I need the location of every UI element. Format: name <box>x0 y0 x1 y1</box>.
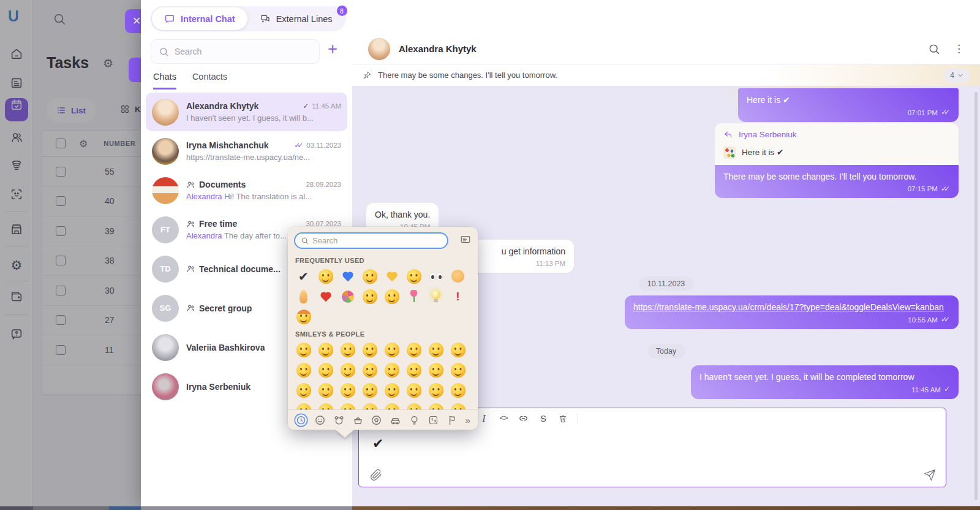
composer-input[interactable]: ✔ <box>359 428 946 451</box>
tab-chats[interactable]: Chats <box>153 72 176 89</box>
avatar: TD <box>152 256 179 283</box>
emoji-option[interactable] <box>295 341 312 358</box>
emoji-option[interactable] <box>361 268 378 284</box>
new-chat-button[interactable]: + <box>328 41 337 58</box>
emoji-option[interactable] <box>317 288 334 305</box>
emoji-option[interactable] <box>450 268 466 284</box>
tab-internal-chat[interactable]: Internal Chat <box>152 7 247 30</box>
emoji-row <box>295 402 478 409</box>
emoji-more-categories[interactable]: » <box>466 416 470 425</box>
emoji-option[interactable] <box>405 402 422 409</box>
send-message-icon[interactable] <box>924 469 936 481</box>
more-menu-icon[interactable]: ⋮ <box>954 42 964 55</box>
emoji-option[interactable] <box>405 288 422 305</box>
emoji-option[interactable] <box>339 382 356 398</box>
strikethrough-button[interactable]: S <box>538 414 548 424</box>
chat-list-item[interactable]: Documents28.09.2023Alexandra Hi! The tra… <box>146 171 347 210</box>
emoji-row: ✔ <box>295 268 478 284</box>
emoji-option[interactable] <box>361 341 378 358</box>
emoji-option[interactable] <box>361 382 378 398</box>
emoji-option[interactable] <box>383 402 400 409</box>
pinned-message-bar[interactable]: There may be some changes. I'll tell you… <box>352 64 980 86</box>
scrollbar[interactable] <box>974 92 978 500</box>
emoji-row <box>295 382 478 398</box>
sent-message[interactable]: I haven't seen yet. I guess, it will be … <box>691 365 959 399</box>
emoji-option[interactable] <box>428 382 444 398</box>
emoji-option[interactable] <box>317 341 334 358</box>
emoji-option[interactable] <box>361 288 378 305</box>
message-link[interactable]: https://translate-me.uspacy.ua/crm/deals… <box>633 302 944 312</box>
sent-message[interactable]: https://translate-me.uspacy.ua/crm/deals… <box>625 295 959 329</box>
attach-file-icon[interactable] <box>370 469 382 481</box>
italic-button[interactable]: I <box>479 413 489 424</box>
emoji-option[interactable] <box>339 362 356 378</box>
emoji-option[interactable] <box>317 382 334 398</box>
emoji-option[interactable] <box>361 402 378 409</box>
emoji-category-symbols[interactable] <box>428 414 439 426</box>
emoji-option[interactable] <box>383 341 400 358</box>
emoji-category-objects[interactable] <box>409 414 420 426</box>
emoji-option[interactable] <box>405 362 422 378</box>
emoji-option[interactable] <box>339 288 356 305</box>
emoji-option[interactable] <box>383 382 400 398</box>
emoji-category-travel[interactable] <box>390 414 401 426</box>
emoji-category-frequently-used[interactable] <box>295 414 307 426</box>
emoji-option[interactable] <box>428 268 444 284</box>
emoji-category-flags[interactable] <box>447 414 458 426</box>
pinned-count-button[interactable]: 4 <box>944 68 970 83</box>
emoji-search[interactable] <box>294 232 448 249</box>
emoji-option[interactable] <box>383 362 400 378</box>
emoji-option[interactable] <box>339 341 356 358</box>
tab-contacts[interactable]: Contacts <box>192 72 227 89</box>
chat-list-item[interactable]: Alexandra Khytyk✓11:45 AMI haven't seen … <box>146 93 347 131</box>
emoji-search-input[interactable] <box>312 236 442 245</box>
trash-icon[interactable] <box>558 414 568 424</box>
emoji-option[interactable] <box>339 402 356 409</box>
emoji-option[interactable]: ✔ <box>295 268 312 284</box>
emoji-option[interactable] <box>295 308 312 325</box>
emoji-option[interactable] <box>450 362 466 378</box>
emoji-option[interactable] <box>405 341 422 358</box>
emoji-option[interactable] <box>317 268 334 284</box>
emoji-option[interactable] <box>450 402 466 409</box>
emoji-option[interactable] <box>317 362 334 378</box>
character-viewer-icon[interactable] <box>459 234 472 245</box>
emoji-option[interactable] <box>383 268 400 284</box>
search-in-chat-icon[interactable] <box>928 43 940 55</box>
emoji-option[interactable] <box>428 402 444 409</box>
chat-search[interactable] <box>151 39 320 64</box>
chat-list-item[interactable]: Iryna Mishchanchuk✓✓03.11.2023https://tr… <box>146 132 347 170</box>
internal-chat-label: Internal Chat <box>181 14 235 24</box>
code-button[interactable]: <> <box>499 414 508 423</box>
chat-name: Valeriia Bashkirova <box>186 343 265 352</box>
emoji-option[interactable] <box>450 382 466 398</box>
emoji-option[interactable] <box>317 402 334 409</box>
emoji-option[interactable]: ! <box>450 288 466 305</box>
emoji-option[interactable] <box>428 288 444 305</box>
emoji-option[interactable] <box>405 268 422 284</box>
emoji-option[interactable] <box>339 268 356 284</box>
emoji-option[interactable] <box>295 382 312 398</box>
link-icon[interactable] <box>518 413 529 424</box>
message-text: I haven't seen yet. I guess, it will be … <box>699 372 914 382</box>
emoji-option[interactable] <box>450 341 466 358</box>
emoji-option[interactable] <box>295 288 312 305</box>
emoji-option[interactable] <box>428 362 444 378</box>
emoji-option[interactable] <box>295 402 312 409</box>
avatar[interactable] <box>368 38 390 60</box>
reply-quote[interactable]: Iryna Serbeniuk Here it is ✔ <box>715 123 959 165</box>
emoji-option[interactable] <box>361 362 378 378</box>
emoji-option[interactable] <box>383 288 400 305</box>
emoji-category-activity[interactable] <box>371 414 382 426</box>
emoji-category-smileys[interactable] <box>314 414 326 426</box>
conversation-header: Alexandra Khytyk ⋮ <box>352 34 980 64</box>
emoji-option[interactable] <box>428 341 444 358</box>
emoji-category-food[interactable] <box>352 414 364 426</box>
sent-message[interactable]: Iryna Serbeniuk Here it is ✔ There may b… <box>715 123 959 198</box>
emoji-option[interactable] <box>405 382 422 398</box>
emoji-category-animals[interactable] <box>333 414 345 426</box>
chat-search-input[interactable] <box>175 47 312 56</box>
tab-external-lines[interactable]: External Lines 8 <box>247 7 345 30</box>
emoji-option[interactable] <box>295 362 312 378</box>
sent-message[interactable]: Here it is ✔07:01 PM✓✓ <box>738 88 959 122</box>
